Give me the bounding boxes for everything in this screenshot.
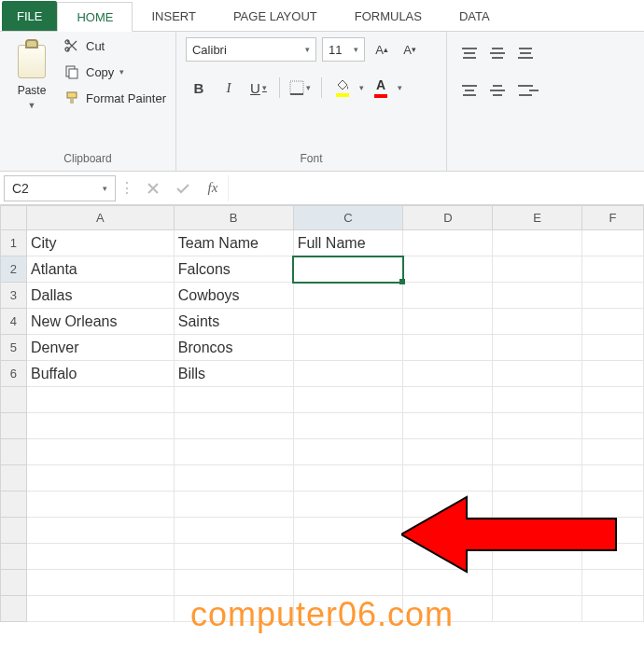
column-header-b[interactable]: B [174, 206, 293, 230]
cell-a4[interactable]: New Orleans [26, 309, 174, 335]
cell-empty[interactable] [293, 492, 403, 518]
cell-a2[interactable]: Atlanta [26, 256, 174, 283]
cell-d1[interactable] [403, 230, 493, 256]
cell-empty[interactable] [293, 544, 403, 570]
cell-empty[interactable] [26, 413, 174, 439]
cell-f5[interactable] [582, 335, 644, 361]
cell-b3[interactable]: Cowboys [174, 283, 293, 309]
row-header-9[interactable] [1, 439, 27, 465]
cell-c2[interactable] [293, 256, 403, 283]
font-name-combo[interactable]: Calibri ▾ [186, 37, 316, 62]
cell-empty[interactable] [293, 570, 403, 596]
column-header-e[interactable]: E [493, 206, 582, 230]
row-header-13[interactable] [1, 544, 27, 570]
row-header-6[interactable]: 6 [1, 361, 27, 387]
row-header-1[interactable]: 1 [1, 230, 27, 256]
row-header-8[interactable] [1, 413, 27, 439]
row-header-2[interactable]: 2 [1, 256, 27, 283]
increase-font-button[interactable]: A▴ [371, 37, 393, 62]
cell-empty[interactable] [403, 492, 493, 518]
cell-e4[interactable] [493, 309, 582, 335]
cell-empty[interactable] [174, 387, 293, 413]
cell-f4[interactable] [582, 309, 644, 335]
chevron-down-icon[interactable]: ▾ [359, 83, 364, 92]
cell-empty[interactable] [582, 413, 644, 439]
cell-a3[interactable]: Dallas [26, 283, 174, 309]
cell-empty[interactable] [582, 465, 644, 492]
cell-d5[interactable] [403, 335, 493, 361]
cell-b5[interactable]: Broncos [174, 335, 293, 361]
cell-empty[interactable] [582, 570, 644, 596]
cell-empty[interactable] [493, 492, 582, 518]
tab-home[interactable]: HOME [57, 2, 133, 32]
cell-empty[interactable] [403, 518, 493, 544]
chevron-down-icon[interactable]: ▾ [398, 83, 402, 92]
cell-empty[interactable] [403, 413, 493, 439]
copy-button[interactable]: Copy ▾ [63, 63, 166, 80]
cell-empty[interactable] [293, 387, 403, 413]
underline-button[interactable]: U▾ [245, 75, 272, 101]
cell-e6[interactable] [493, 361, 582, 387]
enter-button[interactable] [168, 175, 198, 201]
cell-empty[interactable] [26, 465, 174, 492]
cell-empty[interactable] [174, 439, 293, 465]
bold-button[interactable]: B [186, 75, 212, 101]
column-header-a[interactable]: A [26, 206, 174, 230]
row-header-12[interactable] [1, 518, 27, 544]
cell-empty[interactable] [493, 570, 582, 596]
cell-e3[interactable] [493, 283, 582, 309]
cell-empty[interactable] [293, 518, 403, 544]
cell-empty[interactable] [493, 439, 582, 465]
cell-d4[interactable] [403, 309, 493, 335]
cell-empty[interactable] [493, 387, 582, 413]
select-all-corner[interactable] [1, 206, 27, 230]
cell-empty[interactable] [26, 518, 174, 544]
cell-c1[interactable]: Full Name [293, 230, 403, 256]
font-size-combo[interactable]: 11 ▾ [322, 37, 365, 62]
cell-b4[interactable]: Saints [174, 309, 293, 335]
tab-insert[interactable]: INSERT [133, 1, 214, 31]
align-top-button[interactable] [456, 41, 483, 65]
fill-color-button[interactable] [329, 78, 356, 97]
align-middle-button[interactable] [484, 41, 511, 65]
tab-page-layout[interactable]: PAGE LAYOUT [215, 1, 336, 31]
cell-empty[interactable] [403, 465, 493, 492]
column-header-d[interactable]: D [403, 206, 493, 230]
cell-a1[interactable]: City [26, 230, 174, 256]
cell-empty[interactable] [493, 413, 582, 439]
cell-empty[interactable] [293, 439, 403, 465]
cell-b1[interactable]: Team Name [174, 230, 293, 256]
cell-empty[interactable] [293, 465, 403, 492]
align-left-button[interactable] [456, 78, 483, 103]
cell-empty[interactable] [403, 544, 493, 570]
cell-empty[interactable] [493, 518, 582, 544]
formula-input[interactable] [228, 175, 644, 201]
cell-d6[interactable] [403, 361, 493, 387]
cut-button[interactable]: Cut [63, 37, 166, 54]
row-header-11[interactable] [1, 492, 27, 518]
cell-f1[interactable] [582, 230, 644, 256]
cell-empty[interactable] [174, 492, 293, 518]
cell-empty[interactable] [26, 544, 174, 570]
cell-f2[interactable] [582, 256, 644, 283]
column-header-f[interactable]: F [582, 206, 644, 230]
cell-empty[interactable] [26, 570, 174, 596]
cell-a6[interactable]: Buffalo [26, 361, 174, 387]
file-tab[interactable]: FILE [2, 1, 57, 31]
align-right-button[interactable] [512, 78, 539, 103]
align-bottom-button[interactable] [512, 41, 539, 65]
cell-empty[interactable] [403, 439, 493, 465]
align-center-button[interactable] [484, 78, 511, 103]
cell-empty[interactable] [582, 518, 644, 544]
tab-data[interactable]: DATA [441, 1, 509, 31]
cell-empty[interactable] [26, 492, 174, 518]
italic-button[interactable]: I [216, 75, 242, 101]
cell-empty[interactable] [174, 570, 293, 596]
format-painter-button[interactable]: Format Painter [63, 90, 166, 106]
row-header-10[interactable] [1, 465, 27, 492]
cell-c3[interactable] [293, 283, 403, 309]
cell-f6[interactable] [582, 361, 644, 387]
cell-empty[interactable] [493, 544, 582, 570]
cell-empty[interactable] [293, 413, 403, 439]
row-header-7[interactable] [1, 387, 27, 413]
